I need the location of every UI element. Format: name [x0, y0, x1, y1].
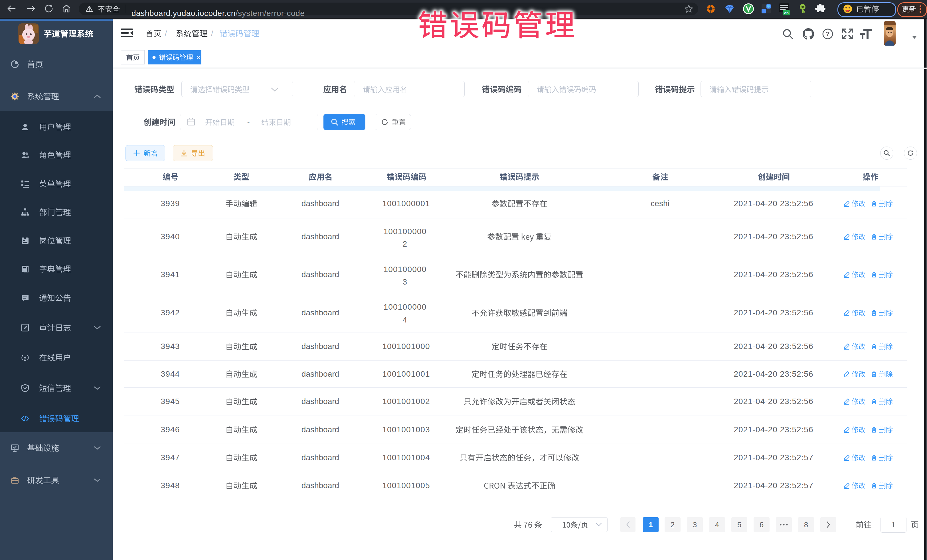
svg-text:?: ?	[826, 30, 830, 37]
svg-text:on: on	[784, 11, 789, 15]
